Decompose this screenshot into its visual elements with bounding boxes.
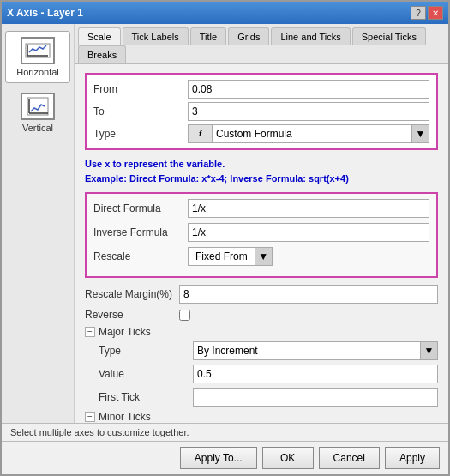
info-line1: Use x to represent the variable.: [85, 157, 438, 172]
type-select-arrow-icon[interactable]: ▼: [411, 125, 429, 142]
from-label: From: [93, 83, 188, 95]
from-row: From: [93, 80, 429, 99]
rescale-margin-row: Rescale Margin(%): [85, 285, 438, 304]
major-ticks-type-dropdown[interactable]: By Increment ▼: [193, 341, 438, 360]
major-ticks-collapse-btn[interactable]: −: [85, 327, 95, 337]
sidebar: Horizontal Vertical: [2, 24, 75, 423]
rescale-dropdown-arrow-icon[interactable]: ▼: [255, 248, 272, 265]
to-input[interactable]: [188, 102, 429, 121]
title-bar-left: X Axis - Layer 1: [7, 7, 83, 19]
reverse-label: Reverse: [85, 309, 179, 321]
reverse-checkbox[interactable]: [179, 310, 190, 321]
rescale-label: Rescale: [93, 250, 188, 262]
major-ticks-type-arrow-icon[interactable]: ▼: [420, 342, 437, 359]
from-to-type-group: From To Type f Custom Formula ▼: [85, 73, 438, 150]
info-text: Use x to represent the variable. Example…: [85, 157, 438, 185]
type-row: Type f Custom Formula ▼: [93, 124, 429, 143]
bottom-buttons: Apply To... OK Cancel Apply: [2, 441, 448, 474]
tab-grids[interactable]: Grids: [228, 27, 269, 45]
direct-formula-label: Direct Formula: [93, 202, 188, 214]
major-ticks-content: Type By Increment ▼ Value First Tick: [85, 341, 438, 407]
major-ticks-value-label: Value: [99, 368, 193, 380]
major-ticks-header: − Major Ticks: [85, 326, 438, 338]
major-ticks-type-label: Type: [99, 345, 193, 357]
minor-ticks-header: − Minor Ticks: [85, 411, 438, 423]
inverse-formula-row: Inverse Formula: [93, 223, 429, 242]
tab-tick-labels[interactable]: Tick Labels: [123, 27, 189, 45]
major-ticks-type-text: By Increment: [194, 343, 420, 359]
rescale-dropdown-text: Fixed From: [189, 249, 255, 264]
tab-scale[interactable]: Scale: [78, 27, 121, 46]
major-ticks-label: Major Ticks: [99, 326, 151, 338]
tab-breaks[interactable]: Breaks: [78, 45, 126, 63]
minor-ticks-label: Minor Ticks: [99, 411, 151, 423]
svg-rect-3: [27, 98, 48, 115]
title-bar: X Axis - Layer 1 ? ✕: [2, 2, 448, 24]
status-text: Select multiple axes to customize togeth…: [10, 427, 189, 437]
tabs-container: Scale Tick Labels Title Grids Line and T…: [75, 24, 448, 64]
reverse-checkbox-wrapper: [179, 310, 190, 321]
sidebar-item-vertical[interactable]: Vertical: [5, 87, 70, 139]
major-ticks-first-input[interactable]: [193, 388, 438, 407]
formula-group: Direct Formula Inverse Formula Rescale F…: [85, 192, 438, 278]
major-ticks-first-label: First Tick: [99, 391, 193, 403]
cancel-button[interactable]: Cancel: [319, 447, 380, 469]
rescale-margin-label: Rescale Margin(%): [85, 288, 179, 300]
major-ticks-first-row: First Tick: [99, 388, 438, 407]
sidebar-horizontal-label: Horizontal: [16, 67, 59, 77]
rescale-dropdown[interactable]: Fixed From ▼: [188, 247, 273, 266]
close-button[interactable]: ✕: [428, 6, 443, 20]
tab-title[interactable]: Title: [190, 27, 226, 45]
sidebar-item-horizontal[interactable]: Horizontal: [5, 31, 70, 83]
apply-to-button[interactable]: Apply To...: [180, 447, 257, 469]
type-label: Type: [93, 128, 188, 140]
to-label: To: [93, 105, 188, 117]
ok-button[interactable]: OK: [262, 447, 314, 469]
from-input[interactable]: [188, 80, 429, 99]
inverse-formula-label: Inverse Formula: [93, 226, 188, 238]
direct-formula-input[interactable]: [188, 199, 429, 218]
rescale-row: Rescale Fixed From ▼: [93, 247, 429, 266]
horizontal-icon: [21, 37, 55, 64]
window-content: Horizontal Vertical Scale Tick La: [2, 24, 448, 423]
major-ticks-value-row: Value: [99, 365, 438, 383]
apply-button[interactable]: Apply: [385, 447, 440, 469]
title-bar-controls: ? ✕: [411, 6, 443, 20]
sidebar-vertical-label: Vertical: [22, 123, 53, 133]
main-window: X Axis - Layer 1 ? ✕ Horizontal: [0, 0, 450, 476]
direct-formula-row: Direct Formula: [93, 199, 429, 218]
type-select[interactable]: f Custom Formula ▼: [188, 124, 429, 143]
status-bar: Select multiple axes to customize togeth…: [2, 423, 448, 441]
info-line2: Example: Direct Formula: x*x-4; Inverse …: [85, 172, 438, 186]
form-area: From To Type f Custom Formula ▼: [75, 64, 448, 423]
type-select-text: Custom Formula: [213, 126, 411, 142]
inverse-formula-input[interactable]: [188, 223, 429, 242]
to-row: To: [93, 102, 429, 121]
tab-line-and-ticks[interactable]: Line and Ticks: [271, 27, 350, 45]
vertical-icon: [21, 93, 55, 120]
major-ticks-type-row: Type By Increment ▼: [99, 341, 438, 360]
tab-special-ticks[interactable]: Special Ticks: [352, 27, 426, 45]
window-title: X Axis - Layer 1: [7, 7, 83, 19]
type-formula-icon: f: [189, 125, 213, 142]
minor-ticks-collapse-btn[interactable]: −: [85, 412, 95, 422]
rescale-margin-input[interactable]: [179, 285, 438, 304]
help-button[interactable]: ?: [411, 6, 426, 20]
major-ticks-value-input[interactable]: [193, 365, 438, 383]
reverse-row: Reverse: [85, 309, 438, 321]
main-area: Scale Tick Labels Title Grids Line and T…: [75, 24, 448, 423]
